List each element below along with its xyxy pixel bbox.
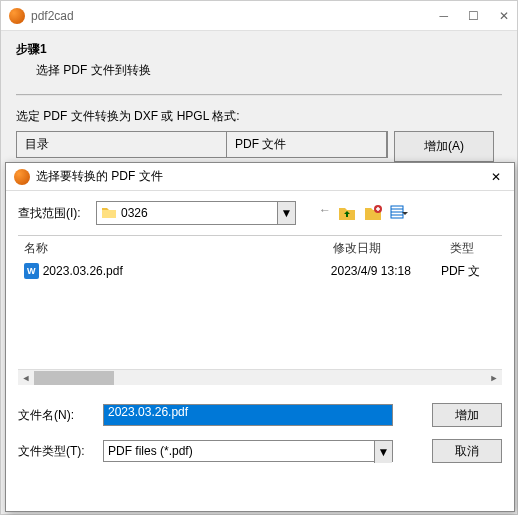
filetype-select[interactable]: PDF files (*.pdf) ▼ — [103, 440, 393, 462]
scroll-right-icon[interactable]: ► — [486, 370, 502, 385]
dialog-icon — [14, 169, 30, 185]
column-directory: 目录 — [17, 132, 227, 157]
folder-icon — [101, 205, 117, 221]
close-button[interactable]: ✕ — [499, 9, 509, 23]
instruction-text: 选定 PDF 文件转换为 DXF 或 HPGL 格式: — [16, 108, 502, 125]
filename-label: 文件名(N): — [18, 407, 93, 424]
header-date[interactable]: 修改日期 — [327, 236, 443, 261]
app-title: pdf2cad — [31, 9, 439, 23]
file-table-header: 目录 PDF 文件 — [16, 131, 388, 158]
file-name: 2023.03.26.pdf — [43, 264, 331, 278]
header-type[interactable]: 类型 — [444, 236, 502, 261]
view-menu-icon[interactable] — [389, 203, 409, 223]
file-row[interactable]: W 2023.03.26.pdf 2023/4/9 13:18 PDF 文 — [18, 260, 502, 282]
file-date: 2023/4/9 13:18 — [331, 264, 441, 278]
folder-select[interactable]: 0326 ▼ — [96, 201, 296, 225]
file-open-dialog: 选择要转换的 PDF 文件 ✕ 查找范围(I): 0326 ▼ ← 名称 修改日… — [5, 162, 515, 512]
new-folder-icon[interactable] — [363, 203, 383, 223]
file-list-header: 名称 修改日期 类型 — [18, 236, 502, 260]
file-type: PDF 文 — [441, 263, 496, 280]
column-pdf-file: PDF 文件 — [227, 132, 387, 157]
folder-name: 0326 — [121, 206, 148, 220]
add-button[interactable]: 增加(A) — [394, 131, 494, 162]
scroll-thumb[interactable] — [34, 371, 114, 385]
filetype-label: 文件类型(T): — [18, 443, 93, 460]
pdf-file-icon: W — [24, 263, 39, 279]
back-arrow-icon[interactable]: ← — [319, 203, 331, 223]
header-name[interactable]: 名称 — [18, 236, 327, 261]
dialog-close-button[interactable]: ✕ — [486, 170, 506, 184]
minimize-button[interactable]: ─ — [439, 9, 448, 23]
dialog-add-button[interactable]: 增加 — [432, 403, 502, 427]
dropdown-arrow-icon[interactable]: ▼ — [277, 202, 295, 224]
main-titlebar: pdf2cad ─ ☐ ✕ — [1, 1, 517, 31]
dialog-title: 选择要转换的 PDF 文件 — [36, 168, 486, 185]
divider — [16, 94, 502, 96]
up-folder-icon[interactable] — [337, 203, 357, 223]
maximize-button[interactable]: ☐ — [468, 9, 479, 23]
step-title: 步骤1 — [16, 41, 502, 58]
horizontal-scrollbar[interactable]: ◄ ► — [18, 369, 502, 385]
app-icon — [9, 8, 25, 24]
filetype-value: PDF files (*.pdf) — [108, 444, 193, 458]
lookup-label: 查找范围(I): — [18, 205, 88, 222]
filename-input[interactable]: 2023.03.26.pdf — [103, 404, 393, 426]
main-content: 步骤1 选择 PDF 文件到转换 选定 PDF 文件转换为 DXF 或 HPGL… — [1, 31, 517, 172]
dialog-cancel-button[interactable]: 取消 — [432, 439, 502, 463]
step-description: 选择 PDF 文件到转换 — [36, 62, 502, 79]
file-list: 名称 修改日期 类型 W 2023.03.26.pdf 2023/4/9 13:… — [18, 235, 502, 385]
dialog-titlebar: 选择要转换的 PDF 文件 ✕ — [6, 163, 514, 191]
scroll-left-icon[interactable]: ◄ — [18, 370, 34, 385]
filetype-dropdown-icon[interactable]: ▼ — [374, 441, 392, 463]
